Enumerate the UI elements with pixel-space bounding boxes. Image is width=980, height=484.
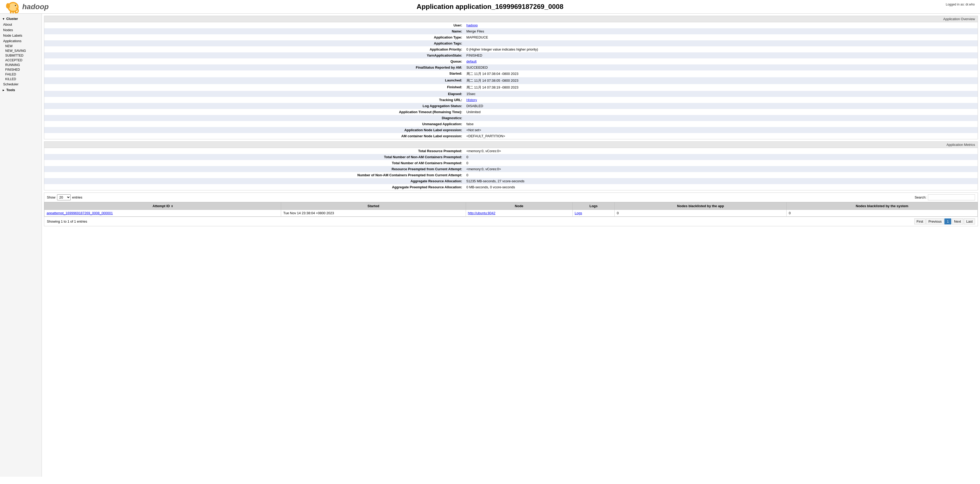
- metrics-value-3: <memory:0, vCores:0>: [465, 166, 978, 172]
- sidebar-item-new-saving[interactable]: NEW_SAVING: [0, 48, 41, 53]
- page-title: Application application_1699969187269_00…: [417, 3, 563, 11]
- attempt-id-0[interactable]: appattempt_1699969187269_0008_000001: [45, 210, 281, 217]
- overview-value-12[interactable]: History: [465, 97, 978, 103]
- tools-arrow-icon: ►: [2, 88, 5, 92]
- overview-label-4: Application Priority:: [44, 46, 465, 53]
- attempts-col-0[interactable]: Attempt ID⇕: [45, 203, 281, 210]
- attempt-logs-link-0[interactable]: Logs: [575, 211, 582, 215]
- pagination-previous[interactable]: Previous: [926, 219, 944, 224]
- hadoop-logo: hadoop: [5, 0, 49, 14]
- metrics-table: Total Resource Preempted:<memory:0, vCor…: [44, 148, 978, 190]
- attempt-node-0[interactable]: http://ubuntu:8042: [466, 210, 573, 217]
- overview-label-7: FinalStatus Reported by AM:: [44, 64, 465, 70]
- overview-value-8: 周二 11月 14 07:38:04 -0800 2023: [465, 70, 978, 77]
- overview-label-11: Elapsed:: [44, 91, 465, 97]
- sidebar-item-finished[interactable]: FINISHED: [0, 67, 41, 72]
- metrics-value-5: 51235 MB-seconds, 27 vcore-seconds: [465, 178, 978, 184]
- metrics-label-4: Number of Non-AM Containers Preempted fr…: [44, 172, 465, 178]
- pagination-first[interactable]: First: [914, 219, 926, 224]
- cluster-section-header[interactable]: ▼ Cluster: [0, 16, 41, 22]
- tools-section-header[interactable]: ► Tools: [0, 87, 41, 93]
- overview-label-13: Log Aggregation Status:: [44, 103, 465, 109]
- cluster-arrow-icon: ▼: [2, 17, 5, 21]
- svg-point-1: [9, 3, 18, 11]
- attempt-blacklisted-app-0: 0: [615, 210, 787, 217]
- metrics-header: Application Metrics: [44, 142, 978, 148]
- overview-link-12[interactable]: History: [466, 98, 477, 102]
- overview-value-5: FINISHED: [465, 53, 978, 58]
- overview-link-6[interactable]: default: [466, 59, 477, 63]
- overview-label-1: Name:: [44, 28, 465, 34]
- overview-value-14: Unlimited: [465, 109, 978, 115]
- search-area: Search:: [915, 194, 975, 200]
- showing-info: Showing 1 to 1 of 1 entries First Previo…: [44, 217, 978, 226]
- show-entries-select[interactable]: 20 50 100: [57, 194, 71, 200]
- sidebar-item-new[interactable]: NEW: [0, 44, 41, 48]
- overview-label-9: Launched:: [44, 77, 465, 84]
- overview-value-3: [465, 40, 978, 46]
- overview-header: Application Overview: [44, 16, 978, 22]
- sidebar-item-nodes[interactable]: Nodes: [0, 27, 41, 33]
- svg-rect-5: [12, 11, 14, 14]
- overview-label-17: Application Node Label expression:: [44, 127, 465, 133]
- metrics-value-6: 0 MB-seconds, 0 vcore-seconds: [465, 184, 978, 190]
- overview-value-0[interactable]: hadoop: [465, 22, 978, 28]
- sidebar-item-running[interactable]: RUNNING: [0, 62, 41, 67]
- main-content: Application Overview User:hadoopName:Mer…: [42, 14, 980, 477]
- sidebar-item-failed[interactable]: FAILED: [0, 72, 41, 77]
- overview-value-11: 15sec: [465, 91, 978, 97]
- pagination-last[interactable]: Last: [964, 219, 975, 224]
- svg-point-3: [15, 5, 16, 6]
- overview-value-15: [465, 115, 978, 121]
- metrics-label-1: Total Number of Non-AM Containers Preemp…: [44, 154, 465, 160]
- attempts-col-5[interactable]: Nodes blacklisted by the system: [787, 203, 978, 210]
- sidebar: ▼ Cluster About Nodes Node Labels Applic…: [0, 14, 42, 477]
- overview-label-15: Diagnostics:: [44, 115, 465, 121]
- sidebar-item-accepted[interactable]: ACCEPTED: [0, 58, 41, 62]
- attempts-col-1[interactable]: Started: [281, 203, 466, 210]
- overview-label-0: User:: [44, 22, 465, 28]
- attempts-controls: Show 20 50 100 entries Search:: [44, 193, 978, 202]
- attempts-col-2[interactable]: Node: [466, 203, 573, 210]
- metrics-value-0: <memory:0, vCores:0>: [465, 148, 978, 154]
- svg-rect-6: [15, 11, 16, 14]
- metrics-value-4: 0: [465, 172, 978, 178]
- hadoop-elephant-icon: [5, 0, 21, 14]
- overview-panel: Application Overview User:hadoopName:Mer…: [44, 16, 978, 139]
- pagination-page-1[interactable]: 1: [944, 219, 951, 224]
- metrics-value-1: 0: [465, 154, 978, 160]
- attempts-col-3[interactable]: Logs: [573, 203, 615, 210]
- overview-value-1: Merge Files: [465, 28, 978, 34]
- sidebar-item-applications[interactable]: Applications: [0, 38, 41, 44]
- show-entries: Show 20 50 100 entries: [47, 194, 83, 200]
- overview-label-14: Application Timeout (Remaining Time):: [44, 109, 465, 115]
- logged-in-text: Logged in as: dr.who: [946, 3, 975, 6]
- overview-link-0[interactable]: hadoop: [466, 23, 478, 27]
- pagination-next[interactable]: Next: [952, 219, 964, 224]
- sidebar-item-node-labels[interactable]: Node Labels: [0, 33, 41, 38]
- overview-value-6[interactable]: default: [465, 58, 978, 64]
- attempts-table: Attempt ID⇕StartedNodeLogsNodes blacklis…: [44, 202, 978, 217]
- attempt-node-link-0[interactable]: http://ubuntu:8042: [468, 211, 495, 215]
- overview-label-16: Unmanaged Application:: [44, 121, 465, 127]
- pagination: First Previous 1 Next Last: [914, 219, 975, 224]
- sidebar-item-about[interactable]: About: [0, 22, 41, 27]
- overview-value-7: SUCCEEDED: [465, 64, 978, 70]
- sidebar-item-scheduler[interactable]: Scheduler: [0, 81, 41, 87]
- sidebar-item-submitted[interactable]: SUBMITTED: [0, 53, 41, 58]
- attempt-id-link-0[interactable]: appattempt_1699969187269_0008_000001: [46, 211, 113, 215]
- overview-value-18: <DEFAULT_PARTITION>: [465, 133, 978, 139]
- svg-point-2: [6, 3, 10, 9]
- hadoop-logo-text: hadoop: [22, 3, 49, 11]
- metrics-value-2: 0: [465, 160, 978, 166]
- attempt-logs-0[interactable]: Logs: [573, 210, 615, 217]
- overview-value-9: 周二 11月 14 07:38:05 -0800 2023: [465, 77, 978, 84]
- search-input[interactable]: [928, 194, 975, 200]
- sidebar-item-killed[interactable]: KILLED: [0, 77, 41, 81]
- attempt-started-0: Tue Nov 14 23:38:04 +0800 2023: [281, 210, 466, 217]
- overview-table: User:hadoopName:Merge FilesApplication T…: [44, 22, 978, 139]
- metrics-label-2: Total Number of AM Containers Preempted:: [44, 160, 465, 166]
- attempts-col-4[interactable]: Nodes blacklisted by the app: [615, 203, 787, 210]
- overview-label-3: Application Tags:: [44, 40, 465, 46]
- overview-value-2: MAPREDUCE: [465, 34, 978, 40]
